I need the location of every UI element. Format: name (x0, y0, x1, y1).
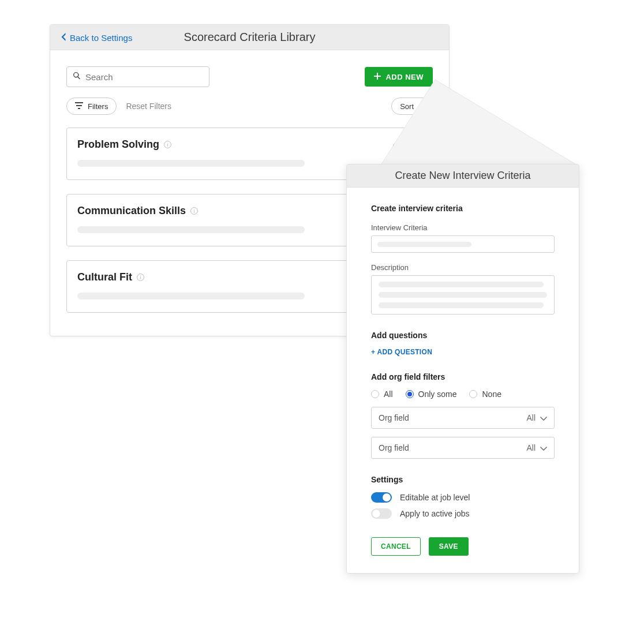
toolbar-row-1: ADD NEW (66, 66, 433, 87)
reset-filters-link[interactable]: Reset Filters (126, 102, 171, 111)
card-actions (392, 138, 422, 150)
radio-none[interactable]: None (469, 390, 501, 399)
plus-icon (374, 73, 381, 81)
org-filters-radio-group: All Only some None (371, 390, 555, 399)
info-icon: i (190, 207, 198, 215)
settings-label: Settings (371, 475, 555, 484)
toggle-editable-job-level[interactable] (371, 492, 392, 503)
chevron-left-icon (61, 33, 66, 43)
add-question-button[interactable]: + ADD QUESTION (371, 348, 555, 356)
description-placeholder (77, 160, 305, 167)
add-new-label: ADD NEW (385, 73, 424, 81)
description-field-label: Description (371, 263, 555, 272)
search-box[interactable] (66, 66, 209, 87)
info-icon: i (164, 141, 171, 148)
select-value: All (526, 443, 536, 452)
radio-icon (406, 390, 414, 398)
filters-button[interactable]: Filters (66, 98, 117, 115)
criteria-title: Communication Skills (77, 205, 186, 217)
toggle-apply-active-jobs[interactable] (371, 508, 392, 519)
description-placeholder (77, 226, 305, 233)
radio-all[interactable]: All (371, 390, 393, 399)
description-placeholder (77, 293, 305, 299)
modal-title: Create New Interview Criteria (347, 164, 579, 188)
sort-label: Sort (400, 102, 414, 111)
page-title: Scorecard Criteria Library (184, 31, 316, 44)
edit-icon[interactable] (392, 138, 401, 150)
sort-button[interactable]: Sort (391, 98, 433, 115)
library-header: Back to Settings Scorecard Criteria Libr… (50, 25, 449, 50)
create-criteria-modal: Create New Interview Criteria Create int… (346, 164, 579, 574)
radio-only-some[interactable]: Only some (406, 390, 457, 399)
modal-subtitle: Create interview criteria (371, 204, 555, 213)
search-icon (73, 72, 81, 82)
radio-icon (469, 390, 477, 398)
radio-icon (371, 390, 379, 398)
criteria-field-label: Interview Criteria (371, 223, 555, 232)
filters-label: Filters (88, 102, 108, 111)
toggle-label: Apply to active jobs (400, 509, 470, 518)
criteria-title: Problem Solving (77, 138, 159, 151)
chevron-down-icon (540, 413, 547, 422)
chevron-down-icon (540, 443, 547, 452)
description-input[interactable] (371, 275, 555, 314)
org-field-select-2[interactable]: Org field All (371, 437, 555, 459)
filter-icon (75, 102, 83, 111)
back-to-settings-link[interactable]: Back to Settings (61, 25, 132, 50)
toggle-label: Editable at job level (400, 493, 470, 502)
add-questions-label: Add questions (371, 331, 555, 340)
caret-down-icon (420, 102, 424, 111)
save-button[interactable]: SAVE (429, 537, 469, 556)
toolbar-row-2: Filters Reset Filters Sort (66, 98, 433, 115)
add-new-button[interactable]: ADD NEW (365, 67, 433, 87)
select-label: Org field (379, 413, 409, 422)
select-label: Org field (379, 443, 409, 452)
org-field-select-1[interactable]: Org field All (371, 407, 555, 429)
radio-label: Only some (418, 390, 457, 399)
org-filters-label: Add org field filters (371, 372, 555, 381)
info-icon: i (137, 274, 144, 281)
radio-label: None (482, 390, 501, 399)
criteria-name-input[interactable] (371, 235, 555, 253)
delete-icon[interactable] (413, 138, 422, 150)
radio-label: All (384, 390, 393, 399)
select-value: All (526, 413, 536, 422)
criteria-title: Cultural Fit (77, 271, 132, 283)
search-input[interactable] (85, 72, 203, 82)
back-label: Back to Settings (70, 33, 132, 43)
cancel-button[interactable]: CANCEL (371, 537, 421, 556)
